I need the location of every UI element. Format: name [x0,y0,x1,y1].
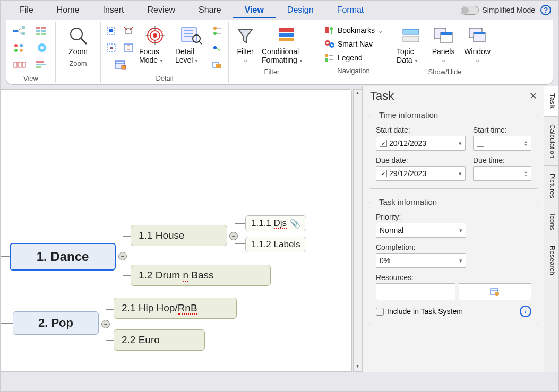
bookmarks-button[interactable]: Bookmarks [322,24,385,36]
svg-rect-81 [403,29,419,34]
svg-point-60 [213,46,217,49]
tab-view[interactable]: View [233,2,276,18]
priority-select[interactable]: Normal ▾ [376,223,466,238]
tab-share[interactable]: Share [187,2,233,18]
attachment-icon[interactable]: 📎 [290,219,300,229]
ribbon-group-showhide-label: Show/Hide [428,68,462,76]
svg-rect-50 [182,28,196,41]
simplified-mode-toggle[interactable]: Simplified Mode [461,6,535,15]
detail-fit-button[interactable] [121,40,136,55]
smart-nav-button[interactable]: Smart Nav [322,38,385,50]
help-icon[interactable]: ? [540,5,551,15]
include-checkbox[interactable] [376,308,384,316]
collapse-toggle[interactable]: − [101,320,110,328]
topic-house[interactable]: 1.1 House [131,225,227,246]
svg-point-45 [153,33,157,38]
checkbox-icon[interactable] [477,140,484,147]
topic-euro[interactable]: 2.2 Euro [114,329,205,351]
sidetab-pictures[interactable]: Pictures [544,166,558,206]
tab-insert[interactable]: Insert [91,2,135,18]
sidetab-calculation[interactable]: Calculation [544,117,558,166]
info-icon[interactable]: i [520,306,531,317]
detail-level-button[interactable]: Detail Level [174,23,208,66]
chevron-down-icon: ▾ [459,227,462,234]
collapse-toggle[interactable]: − [118,252,127,260]
detail-center-button[interactable] [104,40,119,55]
panels-button[interactable]: Panels⌄ [428,23,458,65]
tab-home[interactable]: Home [45,2,91,18]
svg-point-24 [71,28,82,40]
tab-review[interactable]: Review [135,2,186,18]
due-time-input[interactable]: ▲▼ [473,166,531,181]
completion-select[interactable]: 0% ▾ [376,253,466,268]
spinner-icon[interactable]: ▲▼ [524,140,528,147]
view-disc-button[interactable] [32,40,52,55]
svg-marker-66 [238,29,252,43]
svg-rect-23 [36,66,41,68]
start-time-input[interactable]: ▲▼ [473,136,531,151]
detail-collapse-button[interactable] [104,23,119,38]
due-date-input[interactable]: ✓ 29/12/2023 ▾ [376,166,466,181]
side-tab-strip: Task Calculation Pictures Icons Research [544,86,558,372]
start-date-input[interactable]: ✓ 20/12/2023 ▾ [376,136,466,151]
svg-line-61 [217,45,220,48]
ribbon-group-zoom: Zoom Zoom [56,22,101,83]
focus-mode-button[interactable]: Focus Mode [138,23,172,66]
svg-rect-19 [18,62,21,67]
svg-line-25 [81,38,87,44]
resources-input[interactable] [376,283,455,300]
sidetab-icons[interactable]: Icons [544,206,558,238]
zoom-button[interactable]: Zoom [59,23,97,57]
detail-branch-button[interactable] [210,23,225,38]
svg-line-1 [18,28,22,31]
svg-rect-4 [22,32,25,35]
detail-branch2-button[interactable] [210,40,225,55]
topic-pop[interactable]: 2. Pop [13,311,99,335]
view-outline-button[interactable] [32,23,52,38]
topic-drumnbass[interactable]: 1.2 Drum n Bass [131,265,271,286]
view-timeline-button[interactable] [10,57,30,72]
close-icon[interactable]: ✕ [529,90,537,102]
view-gantt-button[interactable] [32,57,52,72]
topic-dance[interactable]: 1. Dance [10,243,116,271]
mindmap-canvas[interactable]: 1. Dance − 1.1 House − 1.1.1 Djs 📎 1.1.2… [1,89,352,372]
svg-rect-3 [22,26,25,29]
svg-line-2 [18,31,22,34]
spinner-icon[interactable]: ▲▼ [524,170,528,177]
svg-rect-18 [14,62,17,67]
topic-data-button[interactable]: Topic Data [395,23,426,66]
task-information-legend: Task information [376,197,440,206]
legend-button[interactable]: Legend [322,52,385,64]
view-mindmap-button[interactable]: ⌄ [10,23,30,38]
resources-browse-button[interactable] [459,283,532,300]
conditional-formatting-button[interactable]: Conditional Formatting [261,23,312,66]
detail-expand-button[interactable] [121,23,136,38]
view-orgchart-button[interactable] [10,40,30,55]
checkbox-icon[interactable]: ✓ [380,170,387,177]
sidetab-research[interactable]: Research [544,238,558,283]
svg-rect-64 [216,64,221,68]
collapse-toggle[interactable]: − [229,232,238,240]
svg-rect-85 [441,32,452,35]
simplified-mode-label: Simplified Mode [482,6,535,14]
topic-hiphop[interactable]: 2.1 Hip Hop/RnB [114,298,237,319]
tab-format[interactable]: Format [325,2,376,18]
sidetab-task[interactable]: Task [544,86,558,117]
target-icon [145,25,165,46]
window-button[interactable]: Window⌄ [460,23,494,65]
tab-file[interactable]: File [8,2,45,18]
tab-design[interactable]: Design [276,2,325,18]
detail-layout-button[interactable] [104,57,136,72]
pin-icon [324,39,334,49]
ribbon-group-filter-label: Filter [264,68,280,76]
ribbon-group-detail: Focus Mode Detail Level ⌄ Detail [101,22,229,83]
svg-rect-88 [474,32,485,34]
topic-djs[interactable]: 1.1.1 Djs 📎 [245,215,306,231]
filter-button[interactable]: Filter⌄ [232,23,259,65]
detail-branch3-button[interactable]: ⌄ [210,57,225,72]
checkbox-icon[interactable] [477,170,484,177]
canvas-scrollbar[interactable]: ▴▾ [353,89,362,372]
checkbox-icon[interactable]: ✓ [380,140,387,147]
topic-labels[interactable]: 1.1.2 Labels [245,237,306,252]
svg-rect-8 [36,30,40,32]
